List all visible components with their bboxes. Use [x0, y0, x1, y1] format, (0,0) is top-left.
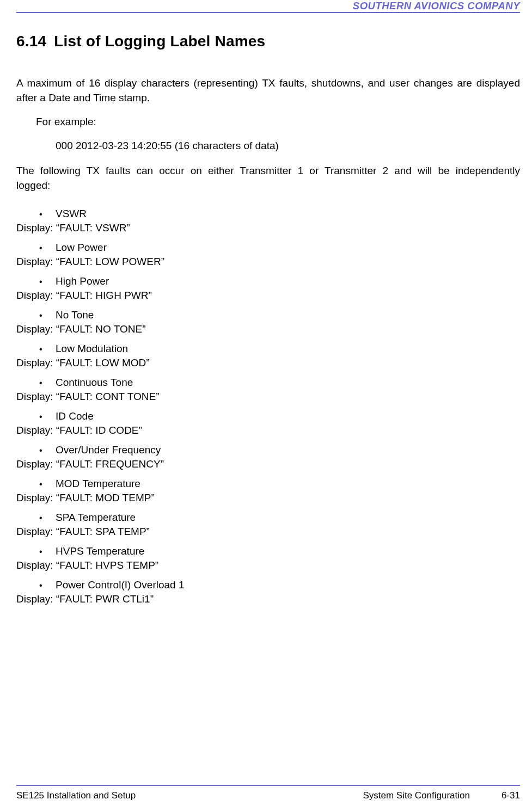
fault-item: • Low Power Display: “FAULT: LOW POWER”	[16, 242, 520, 268]
example-label: For example:	[36, 116, 520, 128]
fault-display: Display: “FAULT: LOW MOD”	[16, 357, 520, 369]
fault-display: Display: “FAULT: SPA TEMP”	[16, 526, 520, 538]
bullet-icon: •	[39, 581, 56, 590]
fault-name: High Power	[56, 275, 109, 287]
footer-left: SE125 Installation and Setup	[16, 790, 136, 801]
bullet-icon: •	[39, 412, 56, 422]
fault-display: Display: “FAULT: ID CODE”	[16, 425, 520, 436]
fault-display: Display: “FAULT: PWR CTLi1”	[16, 593, 520, 605]
header-company: SOUTHERN AVIONICS COMPANY	[353, 0, 520, 12]
bullet-icon: •	[39, 277, 56, 287]
fault-name: Low Power	[56, 242, 107, 254]
fault-name: MOD Temperature	[56, 478, 140, 490]
fault-display: Display: “FAULT: CONT TONE”	[16, 391, 520, 403]
fault-item: • High Power Display: “FAULT: HIGH PWR”	[16, 275, 520, 302]
footer-right: System Site Configuration 6-31	[363, 790, 520, 801]
fault-name: Power Control(I) Overload 1	[56, 579, 185, 591]
fault-display: Display: “FAULT: LOW POWER”	[16, 256, 520, 268]
bullet-icon: •	[39, 547, 56, 557]
section-number: 6.14	[16, 33, 46, 50]
bullet-icon: •	[39, 243, 56, 253]
fault-name-row: • High Power	[39, 275, 520, 287]
fault-display: Display: “FAULT: HIGH PWR”	[16, 290, 520, 302]
fault-name: Over/Under Frequency	[56, 444, 161, 456]
fault-name: No Tone	[56, 309, 94, 321]
bullet-icon: •	[39, 446, 56, 456]
fault-name-row: • Over/Under Frequency	[39, 444, 520, 456]
fault-display: Display: “FAULT: MOD TEMP”	[16, 492, 520, 504]
fault-name: HVPS Temperature	[56, 545, 144, 557]
fault-name: VSWR	[56, 208, 87, 220]
bullet-icon: •	[39, 210, 56, 219]
fault-display: Display: “FAULT: NO TONE”	[16, 323, 520, 335]
fault-name-row: • MOD Temperature	[39, 478, 520, 490]
fault-name-row: • VSWR	[39, 208, 520, 220]
fault-name-row: • HVPS Temperature	[39, 545, 520, 557]
fault-display: Display: “FAULT: HVPS TEMP”	[16, 559, 520, 571]
footer-center: System Site Configuration	[363, 790, 470, 801]
section-heading: 6.14List of Logging Label Names	[16, 33, 520, 50]
fault-name: Low Modulation	[56, 343, 128, 355]
fault-display: Display: “FAULT: VSWR”	[16, 222, 520, 234]
fault-item: • Continuous Tone Display: “FAULT: CONT …	[16, 377, 520, 403]
fault-item: • Power Control(I) Overload 1 Display: “…	[16, 579, 520, 605]
fault-item: • VSWR Display: “FAULT: VSWR”	[16, 208, 520, 234]
fault-name-row: • ID Code	[39, 410, 520, 422]
intro-paragraph: A maximum of 16 display characters (repr…	[16, 76, 520, 105]
fault-name: ID Code	[56, 410, 94, 422]
bullet-icon: •	[39, 378, 56, 388]
fault-item: • MOD Temperature Display: “FAULT: MOD T…	[16, 478, 520, 504]
faults-intro: The following TX faults can occur on eit…	[16, 164, 520, 193]
fault-item: • SPA Temperature Display: “FAULT: SPA T…	[16, 512, 520, 538]
fault-name: Continuous Tone	[56, 377, 133, 389]
bullet-icon: •	[39, 479, 56, 489]
bullet-icon: •	[39, 513, 56, 523]
example-line: 000 2012-03-23 14:20:55 (16 characters o…	[56, 140, 520, 152]
fault-name: SPA Temperature	[56, 512, 136, 524]
fault-item: • Over/Under Frequency Display: “FAULT: …	[16, 444, 520, 470]
header-rule	[16, 12, 520, 13]
fault-item: • Low Modulation Display: “FAULT: LOW MO…	[16, 343, 520, 369]
fault-item: • ID Code Display: “FAULT: ID CODE”	[16, 410, 520, 436]
fault-item: • No Tone Display: “FAULT: NO TONE”	[16, 309, 520, 335]
footer-rule	[16, 785, 520, 786]
fault-name-row: • Low Modulation	[39, 343, 520, 355]
bullet-icon: •	[39, 345, 56, 354]
fault-display: Display: “FAULT: FREQUENCY”	[16, 458, 520, 470]
section-title: List of Logging Label Names	[54, 33, 265, 50]
fault-list: • VSWR Display: “FAULT: VSWR” • Low Powe…	[16, 208, 520, 605]
footer-page: 6-31	[502, 790, 520, 801]
page-footer: SE125 Installation and Setup System Site…	[16, 790, 520, 801]
fault-item: • HVPS Temperature Display: “FAULT: HVPS…	[16, 545, 520, 571]
fault-name-row: • Power Control(I) Overload 1	[39, 579, 520, 591]
fault-name-row: • Low Power	[39, 242, 520, 254]
fault-name-row: • SPA Temperature	[39, 512, 520, 524]
page-content: 6.14List of Logging Label Names A maximu…	[16, 33, 520, 613]
bullet-icon: •	[39, 311, 56, 321]
fault-name-row: • No Tone	[39, 309, 520, 321]
fault-name-row: • Continuous Tone	[39, 377, 520, 389]
